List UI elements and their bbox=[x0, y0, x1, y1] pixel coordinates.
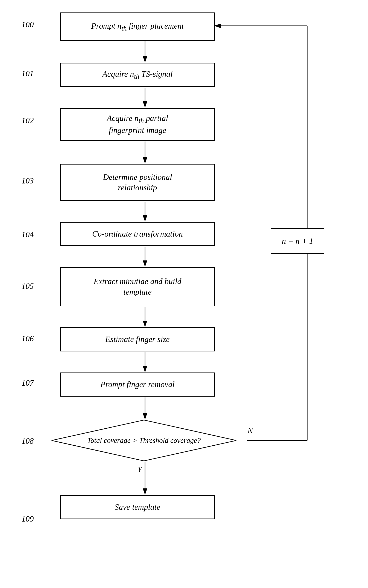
box-109-text: Save template bbox=[115, 502, 160, 512]
label-104: 104 bbox=[21, 230, 34, 239]
label-101: 101 bbox=[21, 69, 34, 78]
box-103-text: Determine positionalrelationship bbox=[103, 172, 172, 193]
box-103: Determine positionalrelationship bbox=[60, 164, 215, 201]
label-109: 109 bbox=[21, 514, 34, 523]
box-105: Extract minutiae and buildtemplate bbox=[60, 267, 215, 306]
box-104: Co-ordinate transformation bbox=[60, 222, 215, 246]
box-109: Save template bbox=[60, 495, 215, 519]
box-102-text: Acquire nth partialfingerprint image bbox=[107, 113, 168, 135]
box-107: Prompt finger removal bbox=[60, 373, 215, 396]
increment-box: n = n + 1 bbox=[271, 228, 324, 254]
flowchart-container: 100 Prompt nth finger placement 101 Acqu… bbox=[17, 9, 350, 585]
box-107-text: Prompt finger removal bbox=[100, 379, 175, 390]
box-102: Acquire nth partialfingerprint image bbox=[60, 108, 215, 141]
diamond-108: Total coverage > Threshold coverage? bbox=[50, 419, 237, 462]
decision-y-label: Y bbox=[138, 464, 142, 474]
diamond-108-text: Total coverage > Threshold coverage? bbox=[50, 419, 237, 462]
label-106: 106 bbox=[21, 334, 34, 343]
label-102: 102 bbox=[21, 116, 34, 125]
box-106-text: Estimate finger size bbox=[105, 334, 170, 345]
decision-n-label: N bbox=[248, 426, 253, 435]
box-100-text: Prompt nth finger placement bbox=[91, 21, 184, 33]
label-105: 105 bbox=[21, 281, 34, 291]
increment-text: n = n + 1 bbox=[282, 236, 313, 246]
label-103: 103 bbox=[21, 176, 34, 185]
box-106: Estimate finger size bbox=[60, 327, 215, 351]
label-100: 100 bbox=[21, 20, 34, 29]
box-100: Prompt nth finger placement bbox=[60, 12, 215, 41]
box-101-text: Acquire nth TS-signal bbox=[102, 69, 173, 81]
label-108: 108 bbox=[21, 436, 34, 446]
box-101: Acquire nth TS-signal bbox=[60, 63, 215, 87]
box-105-text: Extract minutiae and buildtemplate bbox=[94, 276, 181, 298]
label-107: 107 bbox=[21, 378, 34, 387]
box-104-text: Co-ordinate transformation bbox=[92, 229, 183, 239]
